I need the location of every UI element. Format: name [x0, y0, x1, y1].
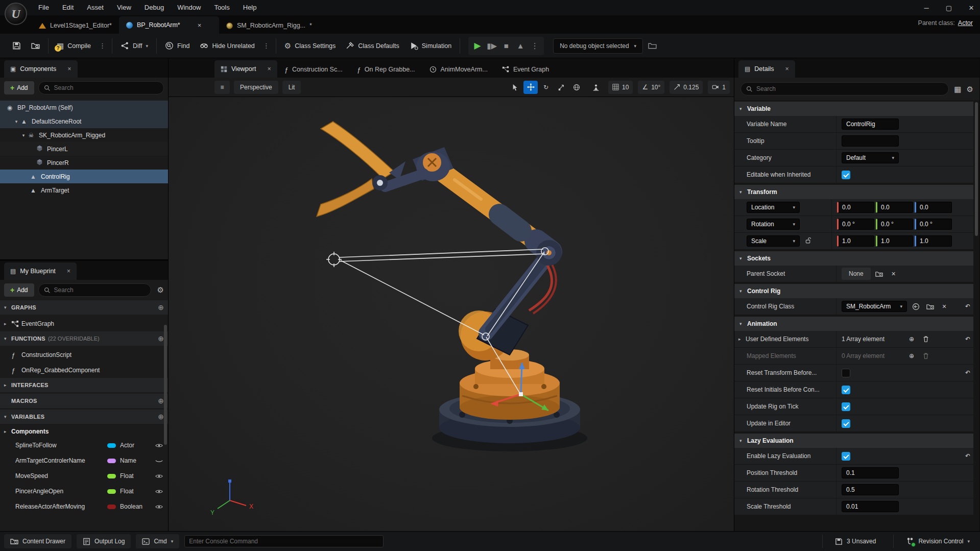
rotation-space-dropdown[interactable]: Rotation▾: [747, 219, 800, 230]
my-blueprint-search-input[interactable]: [54, 286, 146, 294]
unsaved-button[interactable]: 3 Unsaved: [829, 534, 882, 548]
add-component-button[interactable]: + Add: [4, 81, 34, 94]
lit-dropdown[interactable]: Lit: [282, 81, 301, 94]
details-scrollbar[interactable]: [974, 101, 978, 528]
section-header-control-rig[interactable]: ▾ Control Rig: [734, 284, 973, 298]
stop-button[interactable]: ■: [499, 41, 513, 50]
variable-row-releaseactoraftermoving[interactable]: ReleaseActorAfterMoving Boolean: [0, 499, 168, 514]
hide-unrelated-kebab-icon[interactable]: ⋮: [260, 42, 273, 50]
tree-row-armtarget[interactable]: ▲ ArmTarget: [0, 183, 168, 197]
tree-row-controlrig[interactable]: ▲ ControlRig: [0, 170, 168, 183]
scale-lock-icon[interactable]: [805, 237, 811, 246]
components-search[interactable]: [38, 81, 164, 94]
scale-y-input[interactable]: 1.0: [876, 235, 913, 247]
viewport-3d-scene[interactable]: X Y: [169, 97, 734, 531]
expander-arrow-icon[interactable]: ▾: [13, 119, 19, 124]
browse-asset-button[interactable]: [26, 37, 45, 55]
browse-to-asset-icon[interactable]: [924, 303, 936, 310]
details-panel-tab[interactable]: ▤ Details ×: [738, 60, 795, 78]
eye-closed-icon[interactable]: [154, 457, 164, 465]
macros-section-header[interactable]: MACROS ⊕: [0, 394, 168, 408]
revert-icon[interactable]: ↶: [965, 369, 970, 376]
section-header-lazy-evaluation[interactable]: ▾ Lazy Evaluation: [734, 434, 973, 448]
eye-icon[interactable]: [154, 488, 164, 495]
tab-animmovearm[interactable]: AnimMoveArm...: [422, 61, 495, 78]
my-blueprint-search[interactable]: [38, 283, 151, 297]
my-blueprint-scrollbar[interactable]: [163, 322, 168, 529]
tab-event-graph[interactable]: Event Graph: [495, 61, 556, 78]
simulation-button[interactable]: Simulation: [404, 37, 457, 55]
update-rig-checkbox[interactable]: [842, 402, 850, 411]
hide-unrelated-button[interactable]: Hide Unrelated: [195, 37, 259, 55]
location-y-input[interactable]: 0.0: [876, 202, 913, 213]
menu-tools[interactable]: Tools: [207, 0, 236, 15]
menu-edit[interactable]: Edit: [56, 0, 80, 15]
variable-row-movespeed[interactable]: MoveSpeed Float: [0, 468, 168, 484]
debug-browse-button[interactable]: [643, 37, 662, 55]
variables-section-header[interactable]: ▾ VARIABLES ⊕: [0, 410, 168, 424]
menu-view[interactable]: View: [110, 0, 138, 15]
close-button[interactable]: ✕: [968, 4, 975, 12]
find-button[interactable]: Find: [160, 37, 195, 55]
menu-file[interactable]: File: [32, 0, 56, 15]
camera-speed-control[interactable]: 1: [708, 81, 730, 94]
play-button[interactable]: ▶: [470, 40, 485, 51]
use-selected-asset-icon[interactable]: [910, 303, 921, 310]
viewport-options-button[interactable]: ≡: [214, 81, 230, 94]
clear-class-icon[interactable]: ×: [939, 302, 950, 310]
expander-arrow-icon[interactable]: ▸: [4, 321, 11, 326]
revert-icon[interactable]: ↶: [965, 303, 970, 310]
console-command-field[interactable]: [184, 535, 384, 547]
save-button[interactable]: [7, 37, 26, 55]
tab-viewport[interactable]: Viewport ×: [214, 60, 277, 78]
surface-snapping-icon[interactable]: [589, 81, 603, 94]
output-log-button[interactable]: Output Log: [77, 534, 131, 548]
details-settings-gear-icon[interactable]: ⚙: [967, 85, 973, 93]
property-matrix-icon[interactable]: ▦: [954, 85, 961, 93]
compile-button[interactable]: ▦? Compile: [52, 37, 96, 55]
section-header-animation[interactable]: ▾ Animation: [734, 317, 973, 331]
add-graph-icon[interactable]: ⊕: [158, 303, 164, 312]
rotation-x-input[interactable]: 0.0 °: [837, 219, 874, 230]
list-item-eventgraph[interactable]: ▸ EventGraph: [0, 316, 168, 331]
rotation-snap-control[interactable]: ∠ 10°: [638, 81, 664, 94]
menu-help[interactable]: Help: [236, 0, 264, 15]
socket-clear-icon[interactable]: ×: [888, 270, 899, 278]
console-command-input[interactable]: [189, 538, 379, 545]
tab-bp-robotarm[interactable]: BP_RobotArm* ×: [119, 16, 219, 34]
add-array-element-icon[interactable]: ⊕: [906, 336, 917, 343]
revert-icon[interactable]: ↶: [965, 452, 970, 460]
gear-icon[interactable]: ⚙: [157, 285, 164, 295]
location-z-input[interactable]: 0.0: [915, 202, 952, 213]
list-item-constructionscript[interactable]: ƒ ConstructionScript: [0, 347, 168, 363]
perspective-dropdown[interactable]: Perspective: [234, 81, 278, 94]
tree-row-pincerl[interactable]: PincerL: [0, 142, 168, 156]
tree-row-bp-robotarm-self[interactable]: ◉ BP_RobotArm (Self): [0, 101, 168, 114]
revert-icon[interactable]: ↶: [965, 336, 970, 343]
variables-components-group[interactable]: ▸ Components: [0, 425, 168, 438]
reset-initials-checkbox[interactable]: [842, 386, 850, 394]
update-in-editor-checkbox[interactable]: [842, 419, 850, 428]
components-panel-tab[interactable]: ▣ Components ×: [4, 60, 78, 78]
class-settings-button[interactable]: ⚙ Class Settings: [279, 37, 341, 55]
tab-construction-script[interactable]: ƒ Construction Sc...: [277, 61, 350, 78]
trash-icon[interactable]: [920, 336, 931, 343]
close-icon[interactable]: ×: [67, 65, 71, 73]
rotation-y-input[interactable]: 0.0 °: [876, 219, 913, 230]
list-item-onrep-grabbedcomponent[interactable]: ƒ OnRep_GrabbedComponent: [0, 363, 168, 378]
details-search[interactable]: [740, 82, 949, 95]
tab-close-icon[interactable]: ×: [267, 65, 271, 73]
rotate-tool-icon[interactable]: ↻: [539, 81, 553, 94]
rotation-z-input[interactable]: 0.0 °: [915, 219, 952, 230]
editable-when-inherited-checkbox[interactable]: [842, 171, 850, 179]
reset-transform-checkbox[interactable]: [842, 369, 850, 377]
eye-icon[interactable]: [154, 503, 164, 511]
diff-button[interactable]: Diff▾: [115, 37, 153, 55]
variable-row-pincerangleopen[interactable]: PincerAngleOpen Float: [0, 484, 168, 499]
variable-row-armtargetcontrolername[interactable]: ArmTargetControlerName Name: [0, 453, 168, 468]
rotation-threshold-input[interactable]: 0.5: [842, 484, 899, 495]
scale-z-input[interactable]: 1.0: [915, 235, 952, 247]
tab-on-rep-grabbed[interactable]: ƒ On Rep Grabbe...: [350, 61, 422, 78]
menu-window[interactable]: Window: [171, 0, 207, 15]
enable-lazy-checkbox[interactable]: [842, 452, 850, 461]
